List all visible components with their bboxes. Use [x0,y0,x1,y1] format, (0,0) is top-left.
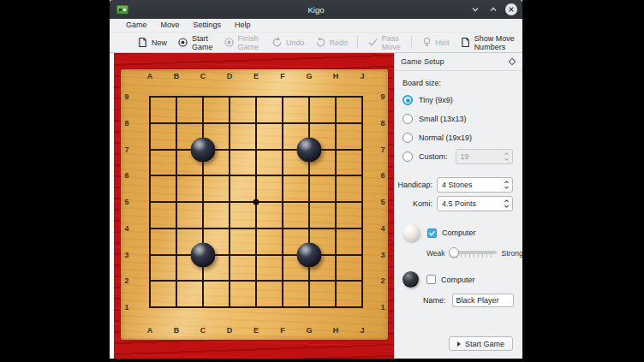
board-row-label-right: 1 [380,303,385,312]
window-controls [469,3,517,15]
toolbar-show-move-numbers-button[interactable]: Show Move Numbers [455,33,522,53]
slider-handle[interactable] [449,247,459,258]
board-col-label-bottom: J [360,326,364,335]
panel-body: Board size: Tiny (9x9)Small (13x13)Norma… [395,71,522,359]
stone-black-G3 [297,242,322,267]
handicap-label: Handicap: [397,181,432,189]
komi-row: Komi: 4.5 Points [402,196,513,211]
check-icon [428,229,436,237]
play-icon [457,341,461,347]
toolbar-separator [357,36,358,49]
handicap-row: Handicap: 4 Stones [402,177,513,193]
start-game-button[interactable]: Start Game [449,336,513,351]
diamond-icon [508,57,516,66]
strength-slider[interactable] [450,247,497,258]
board-row-label-right: 2 [380,276,385,285]
menu-item-move[interactable]: Move [154,19,187,32]
board-col-label-bottom: E [253,326,259,335]
board-size-option-custom[interactable]: Custom:19 [402,147,513,166]
desktop-background: Kigo GameMoveSettingsHelp NewStart GameF… [0,0,644,362]
menu-item-game[interactable]: Game [119,19,154,32]
toolbar-hint-button[interactable]: Hint [416,35,455,50]
menu-item-settings[interactable]: Settings [187,19,229,32]
board-background: AABBCCDDEEFFGGHHJJ998877665544332211 [114,53,394,359]
board-row-label-right: 8 [380,119,385,128]
board-col-label-bottom: A [147,326,153,335]
board-row-label-left: 4 [124,224,128,233]
grid-line-vertical [308,96,310,308]
board-row-label-right: 7 [380,145,385,154]
board-col-label-top: A [147,72,153,80]
close-button[interactable] [505,3,517,15]
stone-black-C7 [191,137,216,162]
black-computer-label[interactable]: Computer [441,276,475,284]
maximize-button[interactable] [487,3,499,15]
board-col-label-bottom: H [333,326,339,335]
menu-item-help[interactable]: Help [228,19,258,32]
board-row-label-right: 3 [380,251,385,259]
board-col-label-top: H [333,72,339,80]
board-row-label-left: 6 [124,171,128,180]
white-computer-label[interactable]: Computer [442,228,476,237]
panel-title: Game Setup [401,57,444,66]
spinner-arrows-icon [501,180,512,190]
black-computer-checkbox[interactable] [426,275,436,284]
board-row-label-left: 2 [124,276,128,285]
black-player-name-input[interactable] [452,294,514,307]
custom-size-spinbox[interactable]: 19 [456,149,513,164]
menu-bar: GameMoveSettingsHelp [110,19,522,33]
grid-line-horizontal [149,228,363,229]
spinner-arrows-icon [501,199,512,209]
game-setup-panel: Game Setup Board size: Tiny (9x9)Small (… [394,53,522,359]
toolbar-separator [411,36,412,49]
toolbar-undo-button[interactable]: Undo [266,35,310,50]
board-row-label-left: 3 [124,251,128,259]
kigo-window: Kigo GameMoveSettingsHelp NewStart GameF… [110,0,522,359]
toolbar-finish-game-button[interactable]: Finish Game [218,33,267,53]
board-col-label-bottom: C [200,326,206,335]
grid-line-horizontal [149,306,363,308]
grid-line-vertical [282,96,283,308]
board-row-label-left: 9 [124,92,128,101]
titlebar[interactable]: Kigo [110,0,522,19]
board-col-label-top: B [174,72,180,80]
board-size-option-small-13x13[interactable]: Small (13x13) [402,110,513,128]
radio-normal-19x19[interactable] [402,133,413,143]
go-board[interactable]: AABBCCDDEEFFGGHHJJ998877665544332211 [121,69,388,340]
chevron-up-icon [489,5,498,14]
white-computer-checkbox[interactable] [427,228,437,238]
white-stone-image [402,224,420,241]
window-title: Kigo [110,5,522,15]
toolbar-redo-button[interactable]: Redo [310,35,354,50]
toolbar-new-button[interactable]: New [132,35,172,50]
board-size-option-tiny-9x9[interactable]: Tiny (9x9) [402,91,513,110]
radio-small-13x13[interactable] [402,114,413,124]
grid-line-vertical [335,96,337,308]
board-size-option-normal-19x19[interactable]: Normal (19x19) [402,128,513,147]
board-size-options: Tiny (9x9)Small (13x13)Normal (19x19)Cus… [402,91,513,166]
radio-tiny-9x9[interactable] [402,95,413,105]
toolbar-start-game-button[interactable]: Start Game [172,33,218,53]
board-row-label-left: 8 [124,119,128,128]
komi-spinbox[interactable]: 4.5 Points [437,196,513,211]
weak-label: Weak [426,249,445,258]
board-col-label-top: D [227,72,233,80]
edit-undo-icon [271,37,283,48]
panel-float-button[interactable] [508,57,516,66]
board-row-label-right: 6 [380,171,385,180]
minimize-button[interactable] [469,3,481,15]
board-row-label-left: 7 [124,145,128,154]
toolbar-pass-move-button[interactable]: Pass Move [362,33,407,53]
radio-custom[interactable] [402,151,413,162]
document-new-icon [137,37,148,48]
board-row-label-right: 4 [380,224,385,233]
strong-label: Strong [502,249,523,258]
document-badge-icon [460,37,471,48]
grid-line-vertical [361,96,363,308]
close-icon [508,6,515,13]
stone-black-G7 [297,137,322,162]
spinner-arrows-icon [501,151,512,162]
board-col-label-top: J [360,72,364,80]
handicap-spinbox[interactable]: 4 Stones [437,177,513,193]
board-col-label-bottom: F [280,326,285,335]
